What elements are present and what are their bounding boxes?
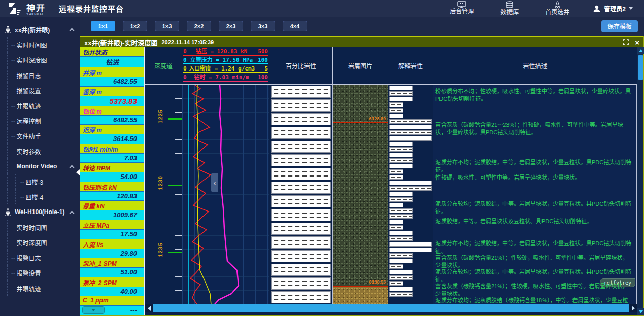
sidebar-item[interactable]: ‐ ‐报警日志 [0,67,80,83]
parameter-label: 井深 m [80,67,144,77]
curve-track [182,85,269,304]
percent-lithology-bar [271,250,331,262]
sidebar-item[interactable]: ‐ ‐四楼-3 [0,174,80,189]
percent-lithology-bar [271,168,331,180]
parameter-dropdown-button[interactable] [82,306,105,314]
interpreted-lithology-box [389,97,413,101]
interpreted-lithology-box [389,275,413,280]
nav-首页选井[interactable]: 首页选井 [545,1,569,16]
depth-track: 122512301235 [145,85,182,304]
horizontal-scrollbar[interactable] [145,304,637,312]
layout-button-1×2[interactable]: 1×2 [123,21,147,31]
sidebar-item[interactable]: ‐ ‐报警日志 [0,250,80,265]
percent-lithology-bar [271,277,331,290]
interpreted-lithology-box [389,225,403,230]
interpreted-lithology-column [388,85,433,304]
panel-titlebar: xx井(新井眼)-实时深度图 2022-11-14 17:05:39 × [80,36,643,47]
percent-lithology-bar [271,127,331,139]
sidebar-item[interactable]: ‐ ‐实时深度图 [0,52,80,67]
percent-lithology-header: 百分比岩性 [269,47,333,84]
sidebar-group[interactable]: Wei-H100(Hole-1) [0,204,80,220]
interpreted-lithology-box [389,197,413,202]
layout-button-2×2[interactable]: 2×2 [187,21,211,31]
curve-钻时 [214,85,239,304]
cuttings-photo-upper [333,85,388,287]
parameter-value: 54.00 [80,172,144,182]
parameter-value: 51.00 [80,268,144,277]
interpreted-lithology-box [389,186,432,191]
parameter-value: 40.00 [80,287,144,296]
sidebar-item[interactable]: ‐ ‐报警设置 [0,83,80,98]
parameter-label: 垂深 m [80,87,144,96]
derrick-icon [4,26,12,33]
percent-lithology-bar [271,195,331,207]
app-title: 远程录井监控平台 [59,3,124,14]
sidebar-item[interactable]: ‐ ‐远程控制 [0,113,80,128]
depth-minor-tick [175,167,182,167]
cuttings-photo-header: 岩屑图片 [333,47,388,84]
lithology-description: 泥质分布不均；泥质胶结，中等。岩屑呈块状，少量豆粒状。具PDC钻头切削特征。 [435,159,633,174]
sidebar-group[interactable]: xx井(新井眼) [0,22,80,37]
parameter: 钻位 m6482.55 [80,106,144,125]
chart-collapse-handle[interactable]: ‹ [211,173,218,192]
sidebar-item[interactable]: ‐ ‐实时时间图 [0,37,80,52]
sidebar-collapse-arrow[interactable] [76,169,80,176]
layout-button-1×3[interactable]: 1×3 [155,21,179,31]
vertical-scroll-thumb[interactable] [638,55,643,80]
interpreted-lithology-box [389,142,413,146]
toolbar: 1×11×21×32×22×33×34×4 保存模板 [80,17,644,36]
depth-major-tick [168,185,182,186]
layout-button-1×1[interactable]: 1×1 [91,21,115,31]
interpreted-lithology-box [389,264,403,269]
percent-lithology-bar [271,264,331,276]
interpreted-lithology-box [389,281,403,286]
parameter-value: 29.80 [80,249,144,258]
depth-tick-label: 1230 [157,175,163,190]
sidebar-item[interactable]: ‐ ‐井眼轨迹 [0,98,80,113]
layout-button-3×3[interactable]: 3×3 [251,21,275,31]
sidebar-item[interactable]: ‐ ‐井眼轨迹 [0,280,80,296]
parameter-value: 6482.55 [80,77,144,86]
scroll-up-icon[interactable] [637,47,644,54]
sidebar-item[interactable]: ‐ ‐四楼-4 [0,189,80,204]
fullscreen-icon[interactable] [623,39,629,45]
depth-minor-tick [175,194,182,195]
interpreted-lithology-box [389,114,403,118]
layout-button-4×4[interactable]: 4×4 [283,21,307,31]
depth-minor-tick [175,222,182,222]
scroll-down-icon[interactable] [637,308,644,315]
parameter: 立压 MPa17.50 [80,220,144,239]
nav-数据库[interactable]: 数据库 [500,1,519,16]
depth-minor-tick [175,208,182,208]
layout-button-2×3[interactable]: 2×3 [219,21,243,31]
nav-后台管理[interactable]: 后台管理 [450,1,474,15]
depth-minor-tick [175,126,182,126]
parameter-label: C_1 ppm [80,296,144,305]
user-menu[interactable]: 管理员2 [593,4,633,13]
percent-lithology-bar [271,236,331,249]
parameter-value: --- [80,306,144,315]
interpreted-lithology-box [389,236,413,241]
brand-name: 神开 [26,4,46,13]
parameter-label: 悬重 kN [80,201,144,210]
sidebar-item[interactable]: ‐ ‐Monitor Video [0,159,80,174]
depth-minor-tick [175,112,182,113]
close-icon[interactable]: × [635,39,639,46]
sidebar-item[interactable]: ‐ ‐实时参数 [0,144,80,159]
save-template-button[interactable]: 保存模板 [601,20,638,32]
interpreted-lithology-box [389,253,413,258]
parameter-value: 6482.55 [80,116,144,125]
lithology-description: 富含灰质（碳酸钙含量21%）；性较硬，吸水性、可塑性中等。岩屑呈碎块状，少量块状… [435,254,633,269]
parameter: 井深 m6482.55 [80,67,144,87]
sidebar-item[interactable]: ‐ ‐实时时间图 [0,220,80,235]
sidebar-item[interactable]: ‐ ‐文件助手 [0,128,80,144]
scroll-right-icon[interactable] [629,304,637,312]
derrick-icon [4,208,12,216]
depth-minor-tick [175,304,182,304]
sidebar-item[interactable]: ‐ ‐报警设置 [0,265,80,280]
scroll-left-icon[interactable] [145,304,153,312]
sidebar-item[interactable]: ‐ ‐实时深度图 [0,235,80,250]
interpreted-lithology-box [389,181,432,185]
vertical-scrollbar[interactable] [637,47,643,315]
parameter-label: 泵冲_1 SPM [80,258,144,268]
